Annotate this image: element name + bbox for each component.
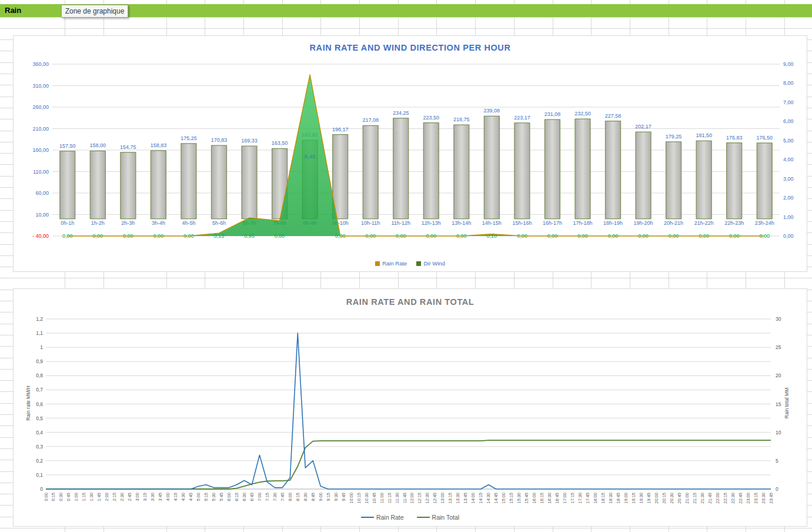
bar[interactable] [666, 142, 681, 219]
svg-text:223,17: 223,17 [514, 115, 530, 121]
bar[interactable] [393, 118, 409, 219]
svg-text:20:30: 20:30 [669, 493, 674, 504]
bar[interactable] [606, 121, 621, 219]
svg-text:3:45: 3:45 [158, 493, 163, 501]
svg-text:1:45: 1:45 [96, 493, 102, 501]
svg-text:5: 5 [776, 458, 778, 464]
chart2-legend[interactable]: Rain RateRain Total [14, 514, 807, 521]
legend-item-rain-rate[interactable]: Rain Rate [361, 514, 404, 521]
chart2-gridlines [46, 319, 771, 489]
svg-text:20:00: 20:00 [654, 493, 659, 504]
bar[interactable] [242, 146, 257, 219]
svg-text:20h-21h: 20h-21h [664, 220, 683, 226]
svg-text:12h-13h: 12h-13h [422, 220, 441, 226]
svg-text:7:45: 7:45 [280, 493, 285, 501]
svg-text:7:15: 7:15 [265, 493, 270, 501]
svg-text:9:45: 9:45 [341, 493, 346, 501]
svg-text:227,58: 227,58 [605, 113, 621, 119]
svg-text:154,75: 154,75 [120, 144, 136, 150]
svg-text:9:15: 9:15 [326, 493, 331, 501]
svg-text:5:45: 5:45 [219, 493, 224, 501]
svg-text:210,00: 210,00 [32, 126, 49, 132]
svg-text:25: 25 [776, 344, 781, 350]
svg-text:10h-11h: 10h-11h [361, 220, 380, 226]
svg-text:21:15: 21:15 [692, 493, 697, 504]
svg-text:9:00: 9:00 [318, 493, 323, 501]
bar[interactable] [60, 151, 75, 219]
svg-text:158,83: 158,83 [151, 142, 167, 148]
svg-text:4h-5h: 4h-5h [182, 220, 195, 226]
svg-text:22:30: 22:30 [730, 493, 736, 504]
svg-text:5h-6h: 5h-6h [212, 220, 226, 226]
svg-text:15: 15 [776, 401, 781, 407]
svg-text:- 40,00: - 40,00 [32, 233, 49, 239]
svg-text:5:15: 5:15 [203, 493, 209, 501]
bar[interactable] [484, 116, 499, 219]
bar[interactable] [121, 152, 136, 219]
rain-rate-line[interactable] [46, 333, 771, 489]
bar[interactable] [636, 132, 651, 219]
chart1-rain-wind[interactable]: RAIN RATE AND WIND DIRECTION PER HOUR 15… [13, 35, 807, 272]
excel-sheet: Rain Zone de graphique RAIN RATE AND WIN… [0, 0, 812, 532]
svg-text:11:15: 11:15 [387, 493, 392, 503]
svg-text:1h-2h: 1h-2h [91, 220, 105, 226]
svg-text:175,25: 175,25 [181, 135, 197, 141]
svg-text:12:15: 12:15 [417, 493, 422, 504]
bar[interactable] [363, 125, 378, 218]
svg-text:0,3: 0,3 [36, 444, 43, 450]
chart1-category-labels: 0h-1h1h-2h2h-3h3h-4h4h-5h5h-6h6h-7h7h-8h… [61, 220, 774, 226]
bar[interactable] [514, 123, 530, 219]
svg-text:12:00: 12:00 [409, 493, 415, 504]
svg-text:8:15: 8:15 [295, 493, 300, 501]
legend-item-dir-wind[interactable]: Dir Wind [416, 260, 445, 267]
legend-item-rain-rate[interactable]: Rain Rate [375, 260, 407, 267]
legend-swatch [375, 261, 380, 266]
svg-text:4:00: 4:00 [165, 493, 171, 501]
svg-text:17:00: 17:00 [562, 493, 567, 504]
bar[interactable] [423, 123, 439, 219]
rain-total-line[interactable] [46, 440, 771, 489]
rain-rate-area-border [68, 75, 764, 236]
svg-text:9:30: 9:30 [333, 493, 339, 501]
bar[interactable] [151, 151, 166, 219]
legend-label: Rain Total [432, 514, 460, 521]
svg-text:231,08: 231,08 [544, 111, 561, 117]
svg-text:0:45: 0:45 [66, 493, 71, 501]
chart1-legend[interactable]: Rain RateDir Wind [14, 260, 807, 267]
svg-text:15h-16h: 15h-16h [512, 220, 532, 226]
bar[interactable] [454, 125, 469, 219]
bar[interactable] [544, 119, 560, 219]
svg-text:18:00: 18:00 [593, 493, 598, 504]
rain-rate-area[interactable] [68, 75, 764, 236]
svg-text:0,8: 0,8 [36, 373, 43, 378]
legend-line-swatch [361, 517, 374, 518]
chart-area-tooltip: Zone de graphique [61, 5, 128, 18]
svg-text:13:30: 13:30 [455, 493, 460, 504]
svg-text:8:00: 8:00 [288, 493, 293, 501]
svg-text:6:30: 6:30 [242, 493, 247, 501]
bar[interactable] [90, 151, 105, 218]
svg-text:7:00: 7:00 [257, 493, 262, 501]
bar[interactable] [211, 145, 226, 219]
svg-text:4:45: 4:45 [188, 493, 193, 501]
bar[interactable] [181, 144, 196, 219]
svg-text:1:30: 1:30 [89, 493, 94, 501]
legend-label: Rain Rate [382, 260, 407, 267]
svg-text:18h-19h: 18h-19h [603, 220, 623, 226]
legend-item-rain-total[interactable]: Rain Total [417, 514, 460, 521]
bar[interactable] [575, 119, 590, 219]
svg-text:4:30: 4:30 [181, 493, 186, 501]
svg-text:20:15: 20:15 [661, 493, 667, 504]
chart2-rain-total[interactable]: RAIN RATE AND RAIN TOTAL Rain rate MM/H … [13, 288, 807, 527]
bar[interactable] [727, 143, 742, 219]
bar[interactable] [757, 143, 772, 219]
svg-text:0,2: 0,2 [36, 458, 43, 464]
svg-text:22:45: 22:45 [738, 493, 743, 504]
svg-text:1:00: 1:00 [73, 493, 79, 501]
svg-text:217,08: 217,08 [362, 117, 379, 123]
dir-wind-bars[interactable] [60, 116, 772, 219]
svg-text:19:15: 19:15 [631, 493, 636, 504]
svg-text:163,50: 163,50 [272, 140, 288, 146]
bar[interactable] [696, 141, 711, 218]
svg-text:16:15: 16:15 [539, 493, 544, 504]
